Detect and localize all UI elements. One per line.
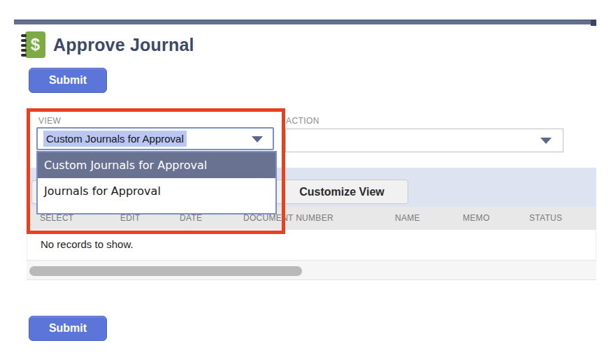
journal-dollar-icon: $ xyxy=(21,31,46,58)
view-field-label: VIEW xyxy=(38,116,61,126)
dropdown-option-journals[interactable]: Journals for Approval xyxy=(38,178,275,204)
column-header-date: DATE xyxy=(180,213,202,223)
table-empty-state: No records to show. xyxy=(27,230,596,260)
page-header: $ Approve Journal xyxy=(21,31,194,59)
dollar-glyph: $ xyxy=(31,36,40,53)
top-divider-bar xyxy=(14,20,596,24)
view-select[interactable]: Custom Journals for Approval xyxy=(36,127,274,150)
approve-journal-page: $ Approve Journal Submit VIEW Custom Jou… xyxy=(0,0,611,364)
submit-button-bottom[interactable]: Submit xyxy=(29,316,107,341)
column-header-select: SELECT xyxy=(40,213,73,223)
column-header-edit: EDIT xyxy=(120,213,141,223)
column-header-memo: MEMO xyxy=(463,213,490,223)
horizontal-scrollbar-thumb[interactable] xyxy=(29,266,302,276)
column-header-status: STATUS xyxy=(529,213,562,223)
customize-view-button[interactable]: Customize View xyxy=(275,180,408,204)
view-dropdown-menu: Custom Journals for Approval Journals fo… xyxy=(36,151,277,214)
top-divider-bar-endcap xyxy=(591,20,596,26)
chevron-down-icon xyxy=(540,138,552,144)
submit-button-top[interactable]: Submit xyxy=(29,68,107,93)
dropdown-option-custom-journals[interactable]: Custom Journals for Approval xyxy=(38,152,275,178)
empty-state-message: No records to show. xyxy=(41,238,134,250)
journal-spiral-binding xyxy=(21,34,27,57)
chevron-down-icon xyxy=(252,136,263,143)
column-header-name: NAME xyxy=(395,213,420,223)
page-title: Approve Journal xyxy=(53,35,194,55)
view-select-value: Custom Journals for Approval xyxy=(43,131,187,147)
action-field-label: ACTION xyxy=(286,116,319,126)
action-select[interactable] xyxy=(285,129,563,152)
column-header-document-number: DOCUMENT NUMBER xyxy=(243,213,333,223)
horizontal-scrollbar-track[interactable] xyxy=(27,260,596,280)
